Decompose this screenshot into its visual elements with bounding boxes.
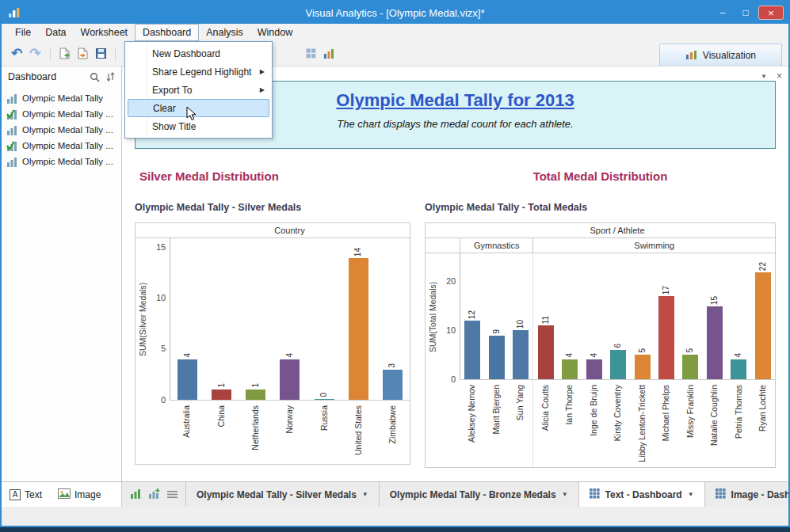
sidebar-header: Dashboard	[2, 66, 121, 87]
group-header-gymnastics: Gymnastics	[460, 238, 532, 253]
chart-columns-icon[interactable]	[323, 48, 334, 59]
tab-image-dashboard[interactable]: Image - Dashboard	[705, 482, 788, 507]
tab-label: Olympic Medal Tally - Bronze Medals	[390, 489, 556, 500]
bar-slot: 5	[630, 253, 654, 379]
bar-aleksey-nemov[interactable]	[464, 321, 480, 379]
toolbar-separator	[50, 47, 51, 61]
bar-natalie-coughlin[interactable]	[707, 306, 723, 379]
tab-dropdown-icon[interactable]: ▼	[562, 491, 568, 498]
insert-panel: A Text Image	[2, 482, 122, 507]
panel-close-icon[interactable]: ×	[777, 70, 782, 82]
bar-slot: 4	[273, 238, 307, 400]
x-axis-label: Aleksey Nemov	[468, 385, 476, 443]
bar-value-label: 22	[759, 262, 767, 271]
x-label-slot: Sun Yang	[508, 380, 532, 467]
silver-chart-section: Silver Medal Distribution Olympic Medal …	[135, 169, 410, 468]
bar-missy-franklin[interactable]	[682, 355, 698, 379]
sort-icon[interactable]	[106, 72, 115, 82]
bar-libby-lenton-trickett[interactable]	[635, 355, 651, 379]
bar-slot: 10	[509, 253, 532, 379]
search-icon[interactable]	[90, 72, 100, 82]
sidebar-item[interactable]: Olympic Medal Tally ...	[2, 106, 121, 122]
x-axis-label: Ryan Lochte	[758, 385, 767, 431]
sidebar-item[interactable]: Olympic Medal Tally ...	[2, 154, 121, 169]
new-chart-icon[interactable]	[130, 488, 141, 502]
x-label-slot: United States	[341, 401, 375, 464]
chart-icon	[6, 125, 18, 135]
menu-item-export-to[interactable]: Export To▶	[125, 81, 272, 99]
tab-text-dashboard[interactable]: Text - Dashboard▼	[579, 482, 705, 507]
menu-item-share-legend-highlight[interactable]: Share Legend Highlight▶	[125, 63, 272, 81]
bar-ian-thorpe[interactable]	[562, 359, 578, 379]
x-label-slot: Norway	[273, 401, 307, 464]
tab-olympic-medal-tally-silver-medals[interactable]: Olympic Medal Tally - Silver Medals▼	[186, 482, 380, 507]
undo-icon[interactable]: ↶	[11, 47, 22, 60]
menu-item-show-title[interactable]: Show Title	[125, 117, 272, 135]
x-label-slot: China	[204, 401, 238, 464]
menu-analysis[interactable]: Analysis	[199, 24, 250, 41]
layout-grid-icon[interactable]	[306, 48, 316, 59]
bar-russia[interactable]	[315, 399, 334, 400]
tab-olympic-medal-tally-bronze-medals[interactable]: Olympic Medal Tally - Bronze Medals▼	[380, 482, 579, 507]
bar-zimbabwe[interactable]	[383, 370, 403, 400]
chart-icon	[6, 157, 18, 167]
panel-menu-icon[interactable]: ▼	[761, 73, 767, 80]
save-icon[interactable]	[96, 48, 106, 59]
menu-window[interactable]: Window	[250, 24, 300, 41]
close-button[interactable]: ×	[758, 6, 784, 20]
menu-data[interactable]: Data	[38, 24, 73, 41]
sidebar-item[interactable]: Olympic Medal Tally ...	[2, 138, 121, 154]
bar-kirsty-coventry[interactable]	[610, 350, 626, 379]
x-label-slot: Ian Thorpe	[557, 380, 582, 467]
menu-file[interactable]: File	[8, 24, 38, 41]
redo-icon[interactable]: ↷	[29, 47, 40, 60]
menu-item-label: Share Legend Highlight	[152, 66, 251, 78]
tab-dropdown-icon[interactable]: ▼	[362, 491, 368, 498]
menu-worksheet[interactable]: Worksheet	[74, 24, 135, 41]
new-worksheet-icon[interactable]	[59, 48, 71, 59]
bar-norway[interactable]	[280, 359, 300, 400]
menu-dashboard[interactable]: Dashboard	[135, 24, 199, 41]
bar-china[interactable]	[212, 390, 231, 400]
bar-sun-yang[interactable]	[513, 330, 529, 379]
menu-item-new-dashboard[interactable]: New Dashboard	[125, 44, 272, 63]
maximize-button[interactable]: □	[735, 6, 756, 20]
bar-inge-de-bruijn[interactable]	[586, 359, 602, 379]
sidebar-item-label: Olympic Medal Tally ...	[22, 125, 113, 135]
insert-text-button[interactable]: A Text	[10, 489, 42, 500]
y-tick-label: 5	[161, 344, 166, 353]
total-section-heading: Total Medal Distribution	[425, 169, 776, 183]
y-tick-label: 20	[446, 277, 456, 286]
visualization-tab[interactable]: Visualization	[659, 44, 782, 66]
x-axis-label: Missy Franklin	[686, 385, 695, 438]
bar-australia[interactable]	[177, 359, 197, 400]
panel-controls: ▼ ×	[761, 70, 782, 82]
bottom-bar: A Text Image Olym	[2, 481, 788, 507]
add-worksheet-icon[interactable]	[148, 488, 160, 502]
minimize-button[interactable]: –	[712, 6, 733, 20]
tab-label: Image - Dashboard	[731, 489, 788, 500]
bar-petria-thomas[interactable]	[731, 359, 746, 379]
tab-dropdown-icon[interactable]: ▼	[688, 491, 694, 498]
menu-item-clear[interactable]: Clear	[128, 99, 269, 117]
sidebar-item[interactable]: Olympic Medal Tally ...	[2, 122, 121, 138]
import-icon[interactable]	[78, 48, 89, 59]
bar-value-label: 4	[184, 353, 192, 358]
x-label-slot: Ryan Lochte	[750, 380, 775, 467]
charts-row: Silver Medal Distribution Olympic Medal …	[122, 169, 788, 468]
x-axis-label: Russia	[320, 405, 329, 431]
bar-netherlands[interactable]	[246, 390, 265, 400]
sidebar-item[interactable]: Olympic Medal Tally	[2, 90, 121, 106]
worksheet-list-icon[interactable]	[167, 488, 177, 502]
bar-united-states[interactable]	[349, 258, 368, 400]
bar-marit-bjergen[interactable]	[489, 336, 505, 379]
chart-plot-row: SUM(Total Medals)01020129101144651751542…	[426, 253, 775, 380]
bar-alicia-coutts[interactable]	[538, 325, 554, 379]
bar-slot: 3	[376, 238, 410, 400]
menu-item-label: Clear	[153, 103, 176, 114]
insert-image-button[interactable]: Image	[58, 488, 101, 501]
bar-michael-phelps[interactable]	[658, 296, 674, 379]
bar-ryan-lochte[interactable]	[755, 272, 771, 379]
chart-column-header: Sport / Athlete	[426, 223, 775, 238]
y-tick-label: 0	[451, 375, 456, 384]
